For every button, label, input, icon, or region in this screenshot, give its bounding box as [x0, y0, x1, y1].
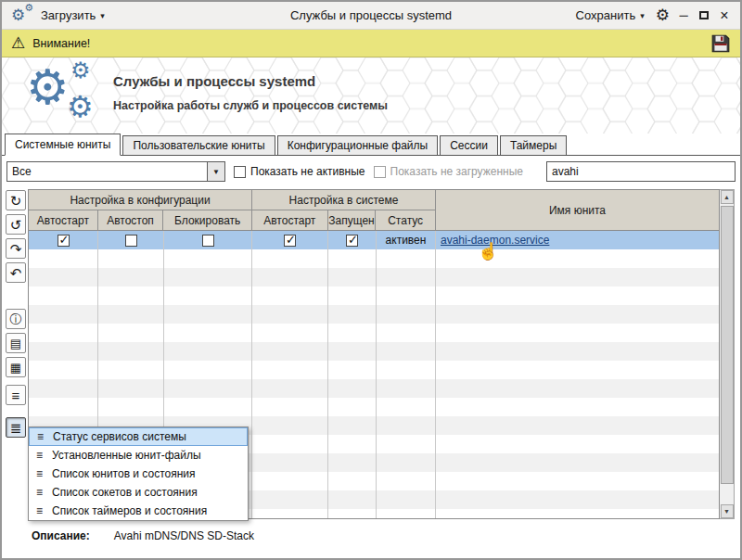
undo-button[interactable]: ↶: [6, 262, 26, 283]
titlebar-right: Сохранить ▾ ⚙ ─ ×: [576, 6, 731, 25]
hero-header: ⚙ ⚙ ⚙ Службы и процессы systemd Настройк…: [2, 57, 740, 134]
combobox-arrow-button[interactable]: ▼: [207, 162, 224, 181]
empty-cell: [377, 379, 436, 398]
close-button[interactable]: ×: [718, 8, 731, 23]
autostart-config-checkbox[interactable]: [58, 235, 70, 247]
empty-table-row[interactable]: [29, 342, 719, 361]
menu-item-sockets-list[interactable]: ≡ Список сокетов и состояния: [29, 483, 248, 502]
redo-button[interactable]: ↷: [6, 238, 26, 259]
list-icon: ≡: [33, 504, 45, 517]
running-cell: [328, 231, 377, 249]
titlebar: Службы и процессы systemd ⚙ ⚙ Загрузить …: [2, 2, 740, 30]
empty-cell: [328, 490, 377, 509]
empty-cell: [436, 435, 719, 453]
description-label: Описание:: [32, 529, 90, 542]
save-button[interactable]: Сохранить ▾: [576, 8, 645, 22]
refresh-button[interactable]: ↻: [6, 190, 26, 210]
gear-icon: ⚙: [24, 2, 33, 14]
table-row-selected[interactable]: активен avahi-daemon.service: [29, 231, 719, 249]
tab-timers[interactable]: Таймеры: [500, 135, 567, 155]
maximize-button[interactable]: [697, 8, 710, 23]
empty-table-row[interactable]: [29, 305, 719, 324]
titlebar-left: ⚙ ⚙ Загрузить ▾: [11, 5, 105, 27]
document-grid-icon: ▦: [10, 362, 21, 374]
col-header-autostop[interactable]: Автостоп: [98, 210, 164, 230]
combobox-value: Все: [7, 162, 207, 181]
scroll-down-button[interactable]: ▼: [721, 504, 734, 518]
show-unloaded-checkbox[interactable]: [374, 166, 386, 178]
autostart-config-cell: [29, 231, 98, 249]
col-header-autostart-config[interactable]: Автостарт: [29, 210, 98, 230]
unit-file-button[interactable]: ▦: [6, 357, 26, 377]
empty-table-row[interactable]: [29, 268, 719, 286]
empty-cell: [436, 305, 719, 324]
gear-icon: ⚙: [70, 57, 91, 83]
empty-cell: [98, 305, 164, 324]
col-header-unit-name[interactable]: Имя юнита: [436, 190, 719, 230]
tab-sessions[interactable]: Сессии: [440, 135, 498, 155]
tab-system-units[interactable]: Системные юниты: [5, 134, 121, 156]
side-toolbar: ↻ ↺ ↷ ↶ ⓘ ▤ ▦ ≡ ≣: [4, 189, 28, 519]
scrollbar-thumb[interactable]: [721, 206, 734, 484]
empty-cell: [436, 472, 719, 490]
empty-cell: [98, 286, 164, 305]
col-header-running[interactable]: Запущен: [328, 210, 377, 230]
empty-cell: [252, 379, 328, 398]
empty-cell: [252, 416, 328, 435]
empty-cell: [98, 342, 164, 361]
autostart-system-checkbox[interactable]: [284, 235, 296, 247]
arrow-up-icon: ▲: [723, 194, 730, 200]
tab-config-files[interactable]: Конфигурационные файлы: [277, 135, 438, 155]
save-file-button[interactable]: [710, 33, 731, 54]
show-inactive-group: Показать не активные: [234, 165, 365, 178]
empty-cell: [98, 398, 164, 416]
show-unloaded-group: Показать не загруженные: [374, 165, 523, 178]
empty-cell: [252, 398, 328, 416]
config-columns: Автостарт Автостоп Блокировать: [29, 210, 251, 230]
minimize-button[interactable]: ─: [677, 8, 690, 23]
empty-table-row[interactable]: [29, 249, 719, 268]
scroll-up-button[interactable]: ▲: [721, 190, 734, 204]
menu-item-installed-unit-files[interactable]: ≡ Установленные юнит-файлы: [29, 446, 248, 465]
col-header-block[interactable]: Блокировать: [163, 210, 251, 230]
running-checkbox[interactable]: [346, 235, 358, 247]
empty-cell: [436, 286, 719, 305]
tab-user-units[interactable]: Пользовательские юниты: [122, 135, 275, 155]
status-menu-button[interactable]: ≣: [6, 417, 26, 438]
info-button[interactable]: ⓘ: [6, 309, 26, 329]
autostop-checkbox[interactable]: [125, 235, 137, 247]
settings-gear-icon[interactable]: ⚙: [656, 6, 670, 25]
menu-item-label: Установленные юнит-файлы: [52, 449, 201, 462]
journal-button[interactable]: ▤: [6, 333, 26, 353]
arrow-down-icon: ▼: [723, 508, 730, 515]
unit-name-link[interactable]: avahi-daemon.service: [441, 234, 549, 247]
list-button[interactable]: ≡: [6, 385, 26, 405]
empty-table-row[interactable]: [29, 286, 719, 305]
search-input[interactable]: [546, 161, 736, 182]
vertical-scrollbar[interactable]: ▲ ▼: [720, 189, 735, 519]
empty-cell: [377, 490, 436, 509]
empty-table-row[interactable]: [29, 361, 719, 379]
empty-table-row[interactable]: [29, 398, 719, 416]
load-button[interactable]: Загрузить ▾: [41, 8, 105, 22]
block-checkbox[interactable]: [202, 235, 214, 247]
context-menu: ≡ Статус сервисов системы ≡ Установленны…: [28, 426, 249, 521]
unit-filter-combobox[interactable]: Все ▼: [6, 161, 225, 182]
show-inactive-checkbox[interactable]: [234, 166, 246, 178]
empty-table-row[interactable]: [29, 379, 719, 398]
menu-item-timers-list[interactable]: ≡ Список таймеров и состояния: [29, 502, 248, 520]
reload-button[interactable]: ↺: [6, 214, 26, 235]
menu-item-label: Список сокетов и состояния: [52, 486, 198, 499]
status-cell: активен: [377, 231, 436, 249]
menu-item-service-status[interactable]: ≡ Статус сервисов системы: [29, 427, 248, 446]
info-icon: ⓘ: [10, 313, 22, 325]
system-group: Настройка в системе Автостарт Запущен Ст…: [252, 190, 436, 230]
empty-cell: [164, 324, 252, 342]
warning-label: Внимание!: [32, 37, 90, 50]
menu-item-units-list[interactable]: ≡ Список юнитов и состояния: [29, 465, 248, 483]
empty-cell: [436, 490, 719, 509]
col-header-autostart-system[interactable]: Автостарт: [252, 210, 328, 230]
empty-cell: [164, 249, 252, 268]
empty-table-row[interactable]: [29, 324, 719, 342]
col-header-status[interactable]: Статус: [376, 210, 435, 230]
